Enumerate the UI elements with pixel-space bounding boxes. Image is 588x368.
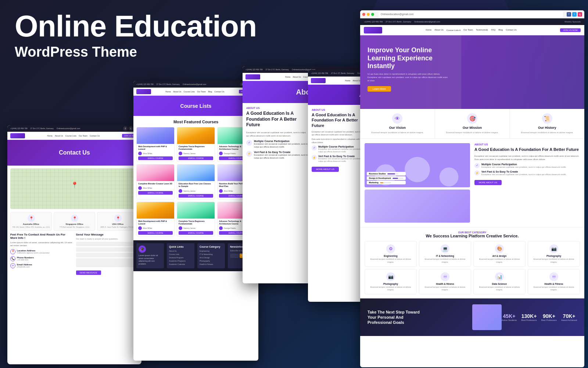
contact-map: 📍 xyxy=(10,169,139,209)
course-card-2[interactable]: Complete Trecia Beginners Fundamentals S… xyxy=(177,127,215,162)
form-email-input[interactable] xyxy=(76,247,139,252)
cat-card-health[interactable]: ♾ Health & fitness Eiusmod tempor incidi… xyxy=(419,269,471,294)
enroll-btn-8[interactable]: ENROLL COURSE xyxy=(179,231,213,235)
lnav-courses[interactable]: Course Lists ▾ xyxy=(447,29,460,31)
footer-col-1: 🎓 Lorem ipsum dolor sit amet consectetur… xyxy=(136,243,164,268)
large-more-about-btn[interactable]: MORE ABOUT US xyxy=(474,180,502,185)
top-bar-courses: +1(444) 123 456 789 27 Di+1 ST, Berlin, … xyxy=(133,81,258,88)
browser-url-bar[interactable]: Onlineeducation@gmail.com xyxy=(379,11,563,17)
mnav-about[interactable]: About Us xyxy=(352,79,361,82)
course-card-1[interactable]: Web Development with PHP & Laravel Alice… xyxy=(136,127,175,162)
cat-card-photo2[interactable]: 📷 Photography Eiusmod tempor incididunt … xyxy=(365,269,417,294)
browser-dot-yellow xyxy=(367,13,370,16)
cat-icon-it: 💻 xyxy=(441,244,449,253)
lnav-home[interactable]: Home xyxy=(426,29,431,31)
course-author-7: Alice White xyxy=(138,226,173,230)
course-card-8[interactable]: Complete Trecia Beginners Fundamentals S… xyxy=(177,202,215,237)
form-name-input[interactable] xyxy=(76,242,139,246)
stats-heading: Take The Next Step Toward Your Personal … xyxy=(368,309,426,325)
map-background xyxy=(10,169,139,209)
form-phone-input[interactable] xyxy=(76,253,139,257)
nav-courses[interactable]: Course Lists xyxy=(65,135,77,137)
office-card-usa: 📍 USA Office 1885 S. Jean Pablo St, Harl… xyxy=(97,212,139,231)
cnav-about[interactable]: About Us xyxy=(173,91,182,93)
cnav-team[interactable]: Our Team xyxy=(197,91,206,93)
mission-desc: Eiusmod tempor incididunt ut labore et d… xyxy=(438,131,507,134)
form-message-input[interactable] xyxy=(76,258,139,267)
cat-card-data[interactable]: 📊 Data Science Eiusmod tempor incididunt… xyxy=(473,269,526,294)
nav-home[interactable]: Home xyxy=(47,135,53,137)
stat-label-awards: Award Achieved xyxy=(561,319,577,321)
author-name-4: Alice White xyxy=(143,187,152,189)
nav-team[interactable]: Our Team xyxy=(79,135,87,137)
cnav-blog[interactable]: Blog xyxy=(208,91,212,93)
stat-professors2: 90K+ Best Professors xyxy=(541,313,557,321)
cat-icon-health2: ♾ xyxy=(549,272,558,281)
medium-more-btn[interactable]: MORE ABOUT US xyxy=(312,167,339,172)
cat-card-photo[interactable]: 📷 Photography Eiusmod tempor incididunt … xyxy=(528,241,580,266)
enroll-btn-4[interactable]: ENROLL COURSE xyxy=(138,191,173,195)
stats-text: Take The Next Step Toward Your Personal … xyxy=(368,309,472,325)
info-phone: 📞 Phone Numbers +44 000 000 xyxy=(10,256,73,261)
courses-title: Course Lists xyxy=(180,103,212,109)
large-feature-title-1: Multiple Course Participation xyxy=(481,163,580,166)
large-progress-2 xyxy=(392,178,404,179)
lnav-faq[interactable]: FAQ xyxy=(491,29,495,31)
office-icon-singapore: 📍 xyxy=(71,215,78,222)
contact-mockup: +1(444) 123 456 789 27 Di+1 ST, Berlin, … xyxy=(7,125,141,364)
large-hero-content: Improve Your Online Learning Experience … xyxy=(360,35,584,103)
vision-desc: Eiusmod tempor incididunt ut labore et d… xyxy=(363,131,432,134)
lnav-contact[interactable]: Contact Us xyxy=(506,29,517,31)
cnav-home[interactable]: Home xyxy=(165,91,171,93)
course-title-1: Web Development with PHP & Laravel xyxy=(138,145,173,151)
lnav-blog[interactable]: Blog xyxy=(498,29,503,31)
large-learn-more-btn[interactable]: Learn More xyxy=(368,86,391,92)
cnav-courses[interactable]: Course Lists xyxy=(184,91,195,93)
lnav-about[interactable]: About Us xyxy=(434,29,444,31)
cat-desc-health: Eiusmod tempor incididunt ut labore et d… xyxy=(422,286,469,291)
cat-card-it[interactable]: 💻 IT & Networking Eiusmod tempor incidid… xyxy=(419,241,471,266)
enroll-btn-2[interactable]: ENROLL COURSE xyxy=(179,156,213,160)
about-heading: A Good Education Is A Foundation For A B… xyxy=(246,111,309,128)
office-addr-singapore: 775 Bell named Str, Singapore, 1111 xyxy=(55,226,93,228)
anav-about[interactable]: About Us xyxy=(293,76,301,78)
large-progress-fill-3 xyxy=(380,182,383,183)
course-img-2 xyxy=(177,127,215,144)
cat-card-engineering[interactable]: ⚙ Engineering Eiusmod tempor incididunt … xyxy=(365,241,417,266)
large-hero-section: Improve Your Online Learning Experience … xyxy=(360,35,584,109)
nav-about[interactable]: About Us xyxy=(55,135,63,137)
footer-col-3: Course Category EngineeringIT & Networki… xyxy=(197,243,225,268)
history-card: 📜 Our History Eiusmod tempor incididunt … xyxy=(510,109,584,138)
course-card-5[interactable]: Education Basi Free Live Classes to Samp… xyxy=(177,164,215,199)
large-progress-fill-1 xyxy=(387,173,395,174)
course-title-4: Complete Blender Creator Leam 3D xyxy=(138,183,173,185)
stat-num-professors1: 130K+ xyxy=(521,313,537,319)
send-message-btn[interactable]: SEND MESSAGE xyxy=(76,270,101,275)
browser-dot-green xyxy=(371,13,374,16)
author-avatar-5 xyxy=(179,189,182,193)
cnav-contact[interactable]: Contact Us xyxy=(214,91,224,93)
lnav-testimonials[interactable]: Testimonials xyxy=(476,29,488,31)
courses-mockup: +1(444) 123 456 789 27 Di+1 ST, Berlin, … xyxy=(133,81,258,361)
large-feature-2: ⚡ Vert Fast & So Easy To Create Excepteu… xyxy=(474,170,580,176)
enroll-btn-1[interactable]: ENROLL COURSE xyxy=(138,156,173,160)
enroll-btn-7[interactable]: ENROLL COURSE xyxy=(138,231,173,235)
mnav-home[interactable]: Home xyxy=(345,79,351,82)
anav-home[interactable]: Home xyxy=(285,76,291,78)
newsletter-input[interactable] xyxy=(230,254,239,258)
author-avatar-8 xyxy=(179,226,182,230)
nav-contact[interactable]: Contact Us xyxy=(90,135,100,137)
enroll-btn-5[interactable]: ENROLL COURSE xyxy=(179,194,213,198)
course-img-7 xyxy=(137,202,174,219)
large-join-btn[interactable]: JOIN US NOW xyxy=(560,28,581,32)
courses-addr: 27 Di+1 ST, Berlin, Germany xyxy=(157,83,180,85)
cat-card-art[interactable]: 🎨 Art & design Eiusmod tempor incididunt… xyxy=(473,241,526,266)
office-title-usa: USA Office xyxy=(99,223,137,225)
cat-card-health2[interactable]: ♾ Health & Fitness Eiusmod tempor incidi… xyxy=(528,269,580,294)
course-card-4[interactable]: Complete Blender Creator Leam 3D Alice W… xyxy=(136,164,175,199)
course-card-7[interactable]: Web Development with PHP & Laravel Alice… xyxy=(136,202,175,237)
cat-desc-health2: Eiusmod tempor incididunt ut labore et d… xyxy=(530,286,577,291)
lnav-team[interactable]: Our Team xyxy=(463,29,473,31)
large-about-para: Excepteur sint occaecat cupidatat non pr… xyxy=(474,155,580,161)
author-name-2: Sammy James xyxy=(183,152,196,155)
